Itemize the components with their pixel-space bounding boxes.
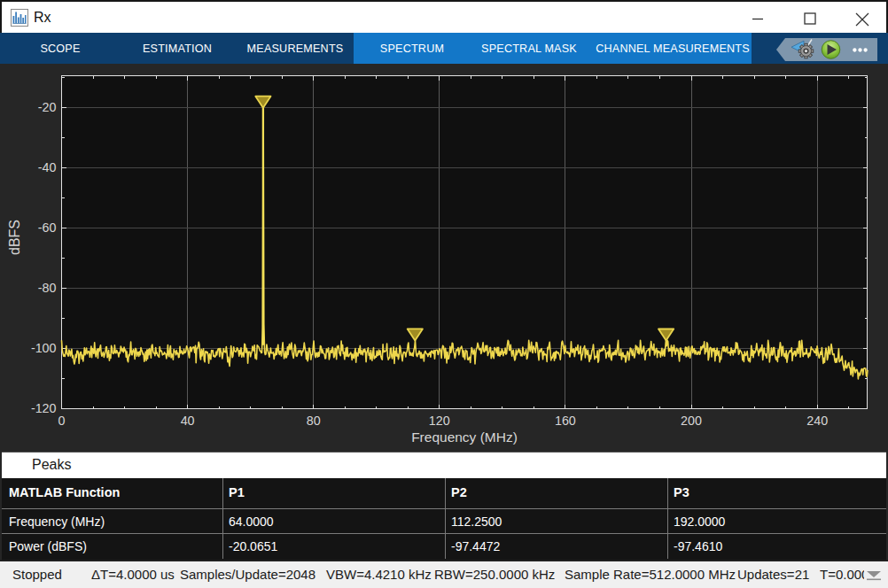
svg-text:Frequency (MHz): Frequency (MHz) xyxy=(411,429,518,445)
svg-text:-100: -100 xyxy=(31,341,57,355)
svg-text:120: 120 xyxy=(429,414,450,428)
svg-text:dBFS: dBFS xyxy=(7,220,22,255)
svg-text:-40: -40 xyxy=(38,160,57,174)
svg-text:-20: -20 xyxy=(38,100,57,114)
svg-text:80: 80 xyxy=(307,414,321,428)
svg-text:160: 160 xyxy=(555,414,576,428)
svg-text:-120: -120 xyxy=(31,401,57,415)
svg-text:40: 40 xyxy=(181,414,195,428)
svg-text:200: 200 xyxy=(681,414,702,428)
svg-text:-60: -60 xyxy=(38,220,57,235)
svg-text:0: 0 xyxy=(58,414,66,428)
svg-text:240: 240 xyxy=(806,414,828,428)
svg-text:-80: -80 xyxy=(38,281,57,295)
